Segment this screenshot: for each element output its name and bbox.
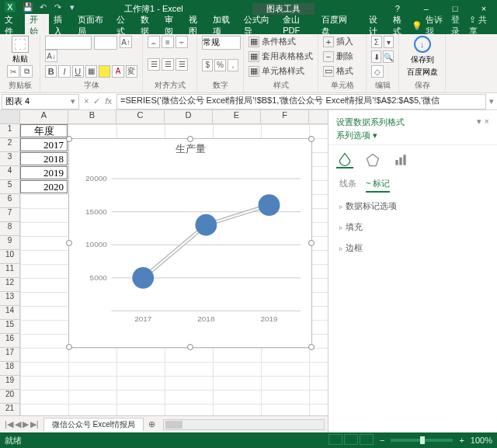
pane-option-marker[interactable]: 数据标记选项 — [328, 196, 497, 217]
redo-icon[interactable]: ↷ — [52, 2, 63, 12]
phonetic-button[interactable]: 変 — [126, 65, 137, 78]
zoom-level[interactable]: 100% — [471, 436, 492, 445]
chart-handle-e[interactable] — [308, 240, 315, 246]
row-head-3[interactable]: 3 — [0, 152, 19, 166]
cancel-formula-icon[interactable]: × — [84, 96, 89, 106]
select-all-corner[interactable] — [0, 110, 20, 123]
row-head-1[interactable]: 1 — [0, 124, 19, 138]
pane-option-border[interactable]: 边框 — [328, 238, 497, 259]
find-icon[interactable]: 🔍 — [383, 50, 394, 63]
qat-dropdown-icon[interactable]: ▾ — [67, 2, 78, 12]
row-head-11[interactable]: 11 — [0, 264, 19, 278]
cell-a4[interactable]: 2019 — [20, 166, 68, 179]
sheet-tab[interactable]: 微信公众号 Excel情报局 — [43, 418, 144, 431]
fill-color-button[interactable] — [99, 65, 110, 78]
chart-handle-ne[interactable] — [308, 136, 315, 142]
fill-line-tab-icon[interactable] — [336, 151, 353, 168]
row-head-17[interactable]: 17 — [0, 348, 19, 362]
namebox-dropdown-icon[interactable]: ▾ — [71, 96, 75, 106]
pane-close-icon[interactable]: × — [485, 116, 489, 128]
font-color-button[interactable]: A — [112, 65, 123, 78]
row-head-9[interactable]: 9 — [0, 236, 19, 250]
chart-handle-n[interactable] — [187, 136, 193, 142]
chart-plot[interactable]: 5000100001500020000201720182019 — [69, 156, 311, 335]
paste-icon[interactable] — [12, 36, 29, 53]
chart-handle-sw[interactable] — [66, 344, 72, 350]
sheet-nav-next-icon[interactable]: ▶ — [23, 419, 29, 429]
fill-icon[interactable]: ⬇ — [371, 50, 381, 63]
align-center-icon[interactable]: ☰ — [162, 58, 174, 71]
align-left-icon[interactable]: ☰ — [148, 58, 160, 71]
cell-a1[interactable]: 年度 — [20, 124, 68, 137]
new-sheet-button[interactable]: ⊕ — [144, 419, 160, 429]
cell-a2[interactable]: 2017 — [20, 138, 68, 151]
clear-icon[interactable]: ◇ — [371, 65, 384, 78]
delete-cells-button[interactable]: −删除 — [323, 50, 361, 62]
row-head-18[interactable]: 18 — [0, 362, 19, 376]
cell-a3[interactable]: 2018 — [20, 152, 68, 165]
row-head-20[interactable]: 20 — [0, 390, 19, 404]
cut-icon[interactable]: ✂ — [7, 65, 19, 78]
font-family-select[interactable] — [45, 36, 92, 50]
paste-button[interactable]: 粘贴 — [12, 54, 28, 64]
align-top-icon[interactable]: ⫠ — [148, 36, 160, 48]
percent-icon[interactable]: % — [214, 59, 225, 71]
effects-tab-icon[interactable] — [364, 151, 381, 168]
maximize-button[interactable]: □ — [442, 4, 468, 13]
chart-object[interactable]: 生产量 5000100001500020000201720182019 — [68, 138, 312, 348]
save-to-cloud-button[interactable]: 保存到 百度网盘 — [404, 36, 440, 78]
sub-tab-marker[interactable]: ~ 标记 — [366, 178, 390, 193]
bold-button[interactable]: B — [45, 65, 57, 78]
sheet-nav-prev-icon[interactable]: ◀ — [15, 419, 21, 429]
align-bot-icon[interactable]: ⫟ — [176, 36, 188, 48]
grow-font-icon[interactable]: A↑ — [120, 36, 132, 48]
row-head-21[interactable]: 21 — [0, 404, 19, 415]
row-head-5[interactable]: 5 — [0, 180, 19, 194]
autosum-icon[interactable]: Σ — [371, 36, 382, 48]
ribbon-help-icon[interactable]: ? — [384, 4, 411, 13]
row-head-14[interactable]: 14 — [0, 306, 19, 320]
chart-handle-nw[interactable] — [66, 136, 72, 142]
chart-handle-w[interactable] — [66, 240, 72, 246]
view-buttons[interactable] — [327, 434, 374, 446]
align-right-icon[interactable]: ☰ — [176, 58, 188, 71]
undo-icon[interactable]: ↶ — [37, 2, 48, 12]
row-head-13[interactable]: 13 — [0, 292, 19, 306]
row-head-12[interactable]: 12 — [0, 278, 19, 292]
font-size-select[interactable] — [94, 36, 117, 50]
zoom-slider[interactable] — [391, 439, 453, 442]
shrink-font-icon[interactable]: A↓ — [45, 50, 57, 62]
row-head-15[interactable]: 15 — [0, 320, 19, 334]
copy-icon[interactable]: ⧉ — [20, 65, 33, 78]
italic-button[interactable]: I — [58, 65, 70, 78]
zoom-out-icon[interactable]: − — [380, 436, 384, 445]
sort-icon[interactable]: ▾ — [384, 36, 394, 48]
insert-cells-button[interactable]: +插入 — [323, 36, 361, 47]
chart-handle-se[interactable] — [308, 344, 315, 350]
save-icon[interactable]: 💾 — [23, 2, 33, 12]
format-cells-button[interactable]: ▭格式 — [323, 65, 361, 77]
border-button[interactable]: ▦ — [85, 65, 97, 78]
row-head-10[interactable]: 10 — [0, 250, 19, 264]
row-head-8[interactable]: 8 — [0, 222, 19, 236]
horizontal-scrollbar[interactable] — [163, 419, 325, 430]
series-options-tab-icon[interactable] — [392, 151, 409, 168]
minimize-button[interactable]: – — [413, 4, 440, 13]
col-head-E[interactable]: E — [213, 110, 261, 123]
col-head-C[interactable]: C — [116, 110, 165, 123]
formula-bar[interactable]: =SERIES('微信公众号 Excel情报局'!$B$1,'微信公众号 Exc… — [116, 94, 486, 109]
row-head-19[interactable]: 19 — [0, 376, 19, 390]
row-head-7[interactable]: 7 — [0, 208, 19, 222]
zoom-in-icon[interactable]: + — [459, 436, 464, 445]
number-format-select[interactable]: 常规 — [202, 36, 241, 50]
pane-subtitle[interactable]: 系列选项 ▾ — [328, 130, 497, 145]
conditional-format-button[interactable]: ▦条件格式 — [248, 36, 313, 47]
table-format-button[interactable]: ▦套用表格格式 — [248, 50, 313, 62]
name-box[interactable]: 图表 4▾ — [2, 94, 79, 109]
row-head-6[interactable]: 6 — [0, 194, 19, 208]
enter-formula-icon[interactable]: ✓ — [93, 96, 100, 106]
sheet-nav-last-icon[interactable]: ▶| — [30, 419, 39, 429]
row-head-2[interactable]: 2 — [0, 138, 19, 152]
chart-handle-s[interactable] — [187, 344, 193, 350]
sheet-nav-first-icon[interactable]: |◀ — [5, 419, 13, 429]
